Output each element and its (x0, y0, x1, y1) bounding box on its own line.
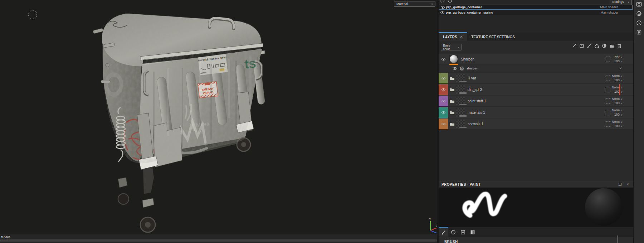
blend-mode-value[interactable]: Norm (612, 108, 620, 112)
mask-dock-title: MASK (1, 235, 11, 239)
layer-row-group[interactable]: normals 1 Norm∨ 100∨ (439, 118, 633, 129)
visibility-eye-icon[interactable] (440, 11, 444, 14)
log-icon[interactable] (636, 29, 642, 35)
layer-row-group[interactable]: paint stuff 1 Norm∨ 100∨ (439, 96, 633, 106)
remove-effect-icon[interactable]: ✕ (619, 67, 622, 70)
stencil-tool-tab[interactable] (458, 227, 468, 237)
folder-icon (449, 122, 455, 126)
selected-layer-accent (449, 64, 458, 65)
close-icon[interactable]: ✕ (625, 183, 630, 186)
mask-slot[interactable] (605, 98, 610, 104)
opacity-value[interactable]: 100 (614, 101, 620, 105)
channel-selector-dropdown[interactable]: Base color ∨ (441, 44, 462, 50)
tab-texture-set-settings[interactable]: TEXTURE SET SETTINGS (467, 32, 519, 41)
shading-mode-dropdown[interactable]: Material ∨ (394, 1, 435, 7)
blend-mode-value[interactable]: Norm (612, 120, 620, 123)
layer-drag-marker (619, 84, 620, 95)
mask-slot[interactable] (605, 57, 610, 62)
display-settings-icon[interactable] (636, 1, 642, 7)
layer-name: paint stuff 1 (468, 99, 612, 103)
collapsed-content-bar (459, 81, 467, 82)
layers-toolbar (571, 43, 622, 48)
texture-set-shader: Main shader (600, 11, 618, 14)
texture-set-list-toolbar (440, 0, 452, 4)
mask-dock: MASK (0, 234, 437, 243)
visibility-eye-icon[interactable] (441, 100, 445, 102)
add-effect-icon[interactable] (571, 43, 577, 48)
layer-row-group[interactable]: materials 1 Norm∨ 100∨ (439, 107, 633, 118)
visibility-eye-icon[interactable] (441, 6, 445, 9)
blend-mode-value[interactable]: Norm (612, 97, 620, 101)
blend-mode-value[interactable]: Pthr (614, 55, 620, 59)
add-paint-layer-icon[interactable] (586, 43, 592, 48)
delete-layer-icon[interactable] (616, 43, 622, 48)
shader-settings-icon[interactable] (636, 10, 642, 16)
texture-set-settings-button[interactable]: Settings ∨ (610, 0, 632, 5)
mask-slot[interactable] (605, 87, 610, 92)
undock-icon[interactable]: ❐ (618, 183, 623, 186)
add-group-icon[interactable] (609, 43, 614, 48)
gizmo-x-label: X (436, 224, 437, 228)
right-dock: Settings ∨ prp_garbage_container Main sh… (439, 0, 633, 243)
mask-slot[interactable] (605, 76, 610, 81)
chevron-down-icon: ∨ (431, 3, 433, 5)
layer-row-group[interactable]: dirt_spl 2 Norm∨ 100∨ (439, 84, 633, 95)
mask-slot[interactable] (605, 121, 610, 127)
chevron-down-icon: ∨ (628, 1, 629, 3)
brush-section-header[interactable]: BRUSH (439, 237, 633, 243)
material-tool-tab[interactable] (448, 227, 458, 237)
history-icon[interactable] (636, 20, 642, 26)
layer-name: normals 1 (468, 122, 612, 126)
properties-header[interactable]: PROPERTIES - PAINT ❐ ✕ (439, 181, 633, 188)
folder-icon (449, 76, 455, 80)
chevron-down-icon: ∨ (621, 60, 623, 63)
effect-row-sharpen[interactable]: sharpen ✕ (439, 65, 633, 72)
opacity-value[interactable]: 100 (614, 59, 620, 63)
properties-panel: PROPERTIES - PAINT ❐ ✕ (439, 181, 633, 243)
opacity-value[interactable]: 100 (614, 113, 620, 116)
edge-toolbar (634, 0, 644, 243)
grayscale-tool-tab[interactable] (468, 227, 477, 237)
layer-thumbnail[interactable] (449, 55, 458, 63)
layer-row-group[interactable]: R var Norm∨ 100∨ (439, 73, 633, 83)
sync-icon[interactable] (440, 0, 445, 3)
visibility-eye-icon[interactable] (453, 67, 457, 70)
collapsed-content-bar (459, 127, 467, 128)
layer-name: Sharpen (461, 57, 614, 61)
scrollbar[interactable] (617, 235, 618, 243)
viewport-spinner-icon (27, 9, 38, 20)
layer-row-sharpen[interactable]: Sharpen Pthr∨ 100∨ (439, 54, 633, 64)
panel-tab-bar: LAYERS ✕ TEXTURE SET SETTINGS (439, 32, 633, 41)
visibility-eye-icon[interactable] (441, 88, 445, 91)
tab-layers[interactable]: LAYERS ✕ (439, 32, 467, 41)
axis-gizmo[interactable]: Y X Z (423, 217, 437, 234)
mask-slot[interactable] (605, 110, 610, 115)
collapsed-content-bar (459, 115, 467, 117)
visibility-eye-icon[interactable] (441, 123, 445, 125)
tool-tab-bar (439, 227, 633, 237)
blend-mode-value[interactable]: Norm (612, 74, 620, 78)
opacity-value[interactable]: 100 (614, 124, 620, 128)
visibility-eye-icon[interactable] (441, 111, 445, 114)
mask-dock-strip[interactable] (0, 239, 437, 242)
texture-set-row[interactable]: prp_garbage_container_spring Main shader (439, 10, 633, 15)
folder-icon (449, 87, 455, 92)
texture-set-row[interactable]: prp_garbage_container Main shader (439, 5, 633, 10)
blend-mode-value[interactable]: Norm (612, 86, 620, 89)
brush-tool-tab[interactable] (439, 227, 448, 237)
visibility-eye-icon[interactable] (441, 58, 445, 60)
close-icon[interactable]: ✕ (460, 35, 463, 39)
add-smart-material-icon[interactable] (579, 43, 584, 48)
add-fill-layer-icon[interactable] (594, 43, 599, 48)
layer-name: dirt_spl 2 (468, 88, 612, 92)
visibility-eye-icon[interactable] (441, 77, 445, 79)
opacity-value[interactable]: 100 (614, 78, 620, 82)
layers-panel: Base color ∨ Sharpen Pthr∨ (439, 41, 633, 181)
add-smart-mask-icon[interactable] (601, 43, 607, 48)
info-icon[interactable] (448, 0, 452, 3)
filter-effect-icon (460, 67, 464, 71)
viewport-3d[interactable]: Městská správa Brno SMĚSNÝ ODPAD ts Meva (0, 0, 437, 234)
layer-name: materials 1 (468, 111, 612, 115)
tab-label: LAYERS (443, 35, 457, 39)
collapsed-content-bar (459, 92, 467, 94)
